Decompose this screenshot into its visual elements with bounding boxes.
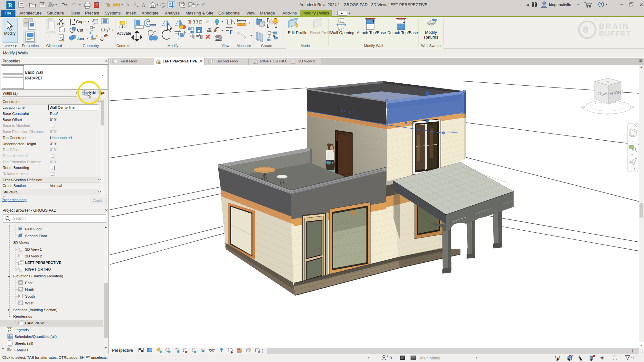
svg-text:▾: ▾ [251, 34, 252, 37]
svg-text:?: ? [600, 3, 602, 7]
svg-text:Cope: Cope [76, 20, 86, 24]
svg-text:▾: ▾ [87, 37, 88, 40]
svg-text:▾: ▾ [86, 29, 88, 32]
svg-text:▾: ▾ [55, 3, 57, 6]
svg-text:▾: ▾ [112, 29, 113, 32]
svg-text:A: A [142, 2, 146, 8]
svg-text:Cut: Cut [77, 28, 83, 32]
svg-text:Edit Profile: Edit Profile [288, 31, 307, 35]
svg-text:Returns: Returns [424, 35, 438, 40]
svg-text:kingenuityllc: kingenuityllc [549, 3, 571, 7]
svg-text:▾: ▾ [577, 3, 579, 6]
svg-text:+: + [2, 347, 4, 351]
svg-text:Modify: Modify [4, 31, 15, 36]
svg-text:–: – [620, 2, 623, 7]
svg-text:▾: ▾ [606, 3, 608, 6]
svg-text:✕: ✕ [639, 2, 643, 7]
svg-text:▾: ▾ [631, 153, 633, 156]
svg-text:▾: ▾ [48, 35, 50, 39]
svg-text:Attach Top/Base: Attach Top/Base [357, 31, 386, 35]
svg-text:Join: Join [77, 36, 84, 41]
svg-text:▾: ▾ [66, 3, 68, 6]
svg-text:▾: ▾ [222, 29, 223, 32]
svg-text:8: 8 [583, 24, 588, 35]
svg-text:BUFFET: BUFFET [599, 30, 631, 38]
svg-text:–: – [8, 274, 10, 279]
svg-text:Modify: Modify [425, 30, 437, 35]
svg-text:W: W [606, 80, 610, 84]
svg-text:+: + [2, 340, 4, 344]
svg-text:R: R [8, 2, 13, 9]
svg-text:▾: ▾ [121, 3, 123, 6]
svg-text:Wall Opening: Wall Opening [330, 31, 355, 35]
svg-text:Paste: Paste [46, 30, 56, 34]
svg-text:–: – [8, 314, 10, 319]
svg-text:▾: ▾ [156, 3, 158, 6]
svg-text:▾: ▾ [631, 140, 633, 143]
svg-text:Reset Profile: Reset Profile [310, 31, 332, 35]
svg-text:◀: ◀ [526, 3, 529, 7]
svg-text:▾: ▾ [79, 3, 81, 6]
svg-text:Activate: Activate [117, 31, 131, 36]
svg-text:+: + [2, 333, 4, 338]
svg-text:Detach Top/Base: Detach Top/Base [387, 31, 418, 35]
svg-text:+: + [7, 308, 10, 312]
svg-text:–: – [8, 240, 10, 245]
svg-text:▾: ▾ [249, 22, 250, 24]
svg-text:▾: ▾ [197, 3, 199, 6]
svg-text:▾: ▾ [88, 20, 89, 23]
svg-text:▾: ▾ [222, 20, 223, 23]
